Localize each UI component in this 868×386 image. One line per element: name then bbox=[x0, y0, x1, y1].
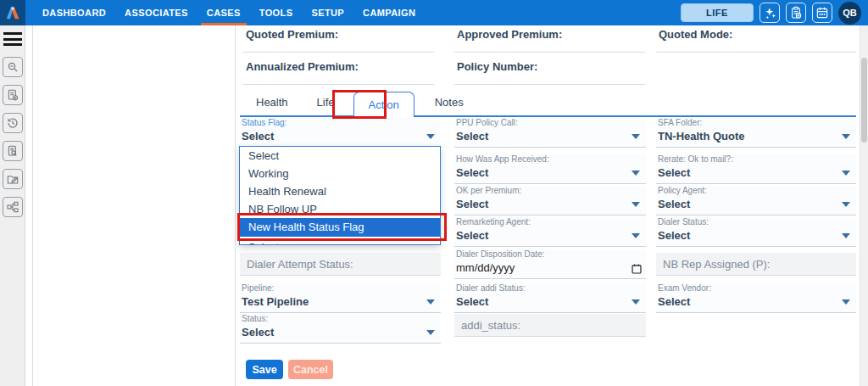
panel-divider-main bbox=[235, 25, 236, 386]
life-button[interactable]: LIFE bbox=[681, 3, 754, 22]
exam-vendor-select[interactable]: Exam Vendor: Select bbox=[656, 283, 856, 313]
pipeline-label: Pipeline: bbox=[240, 283, 441, 294]
history-button[interactable] bbox=[3, 113, 23, 133]
tab-notes[interactable]: Notes bbox=[426, 89, 472, 115]
status-flag-select[interactable]: Status Flag: Select bbox=[240, 118, 441, 148]
document-search-icon bbox=[6, 144, 19, 158]
nav-item-campaign[interactable]: CAMPAIGN bbox=[353, 0, 425, 25]
quoted-mode-field[interactable]: Quoted Mode: bbox=[656, 28, 856, 53]
quoted-premium-field[interactable]: Quoted Premium: bbox=[243, 28, 434, 53]
caret-down-icon bbox=[842, 299, 850, 305]
sfa-folder-select[interactable]: SFA Folder: TN-Health Quote bbox=[656, 118, 856, 148]
nav-right-cluster: LIFE bbox=[681, 2, 868, 25]
nav-item-setup[interactable]: SETUP bbox=[302, 0, 353, 25]
document-add-icon bbox=[6, 88, 19, 102]
left-toolbar bbox=[0, 25, 25, 386]
status-value: Select bbox=[242, 326, 274, 338]
nav-item-dashboard[interactable]: DASHBOARD bbox=[33, 0, 115, 25]
workflow-icon bbox=[6, 200, 19, 214]
pipeline-select[interactable]: Pipeline: Test Pipeline bbox=[240, 283, 441, 313]
how-was-app-received-value: Select bbox=[456, 166, 488, 179]
workflow-button[interactable] bbox=[3, 197, 23, 217]
ok-per-premium-value: Select bbox=[456, 198, 488, 210]
policy-number-field[interactable]: Policy Number: bbox=[454, 60, 645, 85]
ppu-policy-call-value: Select bbox=[456, 130, 488, 143]
annualized-premium-label: Annualized Premium: bbox=[243, 60, 434, 73]
exam-vendor-value: Select bbox=[658, 295, 690, 308]
dialer-addi-status-select[interactable]: Dialer addi Status: Select bbox=[454, 283, 646, 313]
remarketing-agent-label: Remarketing Agent: bbox=[454, 217, 646, 227]
dropdown-option-partial[interactable]: Select bbox=[240, 237, 440, 245]
search-button[interactable] bbox=[3, 57, 23, 77]
save-button[interactable]: Save bbox=[246, 360, 283, 379]
dialer-addi-status-value: Select bbox=[456, 295, 488, 308]
caret-down-icon bbox=[842, 171, 850, 176]
approved-premium-label: Approved Premium: bbox=[454, 28, 645, 41]
sparkle-button[interactable] bbox=[760, 3, 780, 23]
dropdown-option-select[interactable]: Select bbox=[240, 147, 440, 165]
nav-item-cases[interactable]: CASES bbox=[198, 0, 250, 25]
how-was-app-received-select[interactable]: How Was App Received: Select bbox=[454, 154, 646, 184]
panel-divider-left bbox=[32, 25, 33, 386]
dialer-status-select[interactable]: Dialer Status: Select bbox=[656, 217, 856, 247]
folder-edit-button[interactable] bbox=[3, 169, 23, 189]
pipeline-value: Test Pipeline bbox=[242, 295, 309, 308]
folder-edit-icon bbox=[6, 172, 19, 186]
dropdown-option-health-renewal[interactable]: Health Renewal bbox=[240, 182, 440, 200]
dialer-attempt-status-input[interactable] bbox=[240, 253, 441, 276]
rerate-ok-to-mail-select[interactable]: Rerate: Ok to mail?: Select bbox=[656, 154, 856, 184]
calendar-button[interactable] bbox=[812, 3, 832, 23]
cancel-button[interactable]: Cancel bbox=[288, 360, 333, 379]
ok-per-premium-select[interactable]: OK per Premium: Select bbox=[454, 186, 646, 215]
exam-vendor-label: Exam Vendor: bbox=[656, 283, 856, 294]
status-flag-value: Select bbox=[242, 130, 274, 143]
dialer-disposition-date-input[interactable]: Dialer Disposition Date: mm/dd/yyyy bbox=[454, 249, 646, 279]
app-logo[interactable] bbox=[0, 0, 25, 25]
quoted-premium-label: Quoted Premium: bbox=[243, 28, 434, 41]
menu-icon[interactable] bbox=[3, 32, 22, 49]
history-icon bbox=[6, 116, 19, 130]
remarketing-agent-select[interactable]: Remarketing Agent: Select bbox=[454, 217, 646, 247]
tab-life[interactable]: Life bbox=[309, 89, 343, 115]
status-label: Status: bbox=[240, 314, 441, 324]
caret-down-icon bbox=[426, 134, 435, 139]
ok-per-premium-label: OK per Premium: bbox=[454, 186, 646, 196]
status-flag-label: Status Flag: bbox=[240, 118, 441, 128]
nb-rep-assigned-input[interactable] bbox=[656, 253, 856, 276]
caret-down-icon bbox=[842, 233, 850, 238]
policy-agent-label: Policy Agent: bbox=[656, 186, 856, 196]
status-select[interactable]: Status: Select bbox=[240, 314, 441, 344]
logo-a-icon bbox=[3, 3, 22, 22]
scrollbar-thumb[interactable] bbox=[861, 58, 867, 143]
scrollbar-track[interactable] bbox=[860, 25, 868, 386]
nav-item-tools[interactable]: TOOLS bbox=[250, 0, 303, 25]
search-icon bbox=[6, 60, 19, 74]
dropdown-option-new-health-status-flag[interactable]: New Health Status Flag bbox=[240, 218, 440, 237]
ppu-policy-call-select[interactable]: PPU Policy Call: Select bbox=[454, 118, 646, 148]
document-search-button[interactable] bbox=[3, 141, 23, 161]
clipboard-add-button[interactable] bbox=[786, 3, 806, 23]
addi-status-input[interactable] bbox=[454, 314, 646, 337]
nav-item-associates[interactable]: ASSOCIATES bbox=[115, 0, 198, 25]
how-was-app-received-label: How Was App Received: bbox=[454, 154, 646, 165]
clipboard-add-icon bbox=[789, 6, 803, 20]
dropdown-option-nb-follow-up[interactable]: NB Follow UP bbox=[240, 200, 440, 218]
application-window: DASHBOARD ASSOCIATES CASES TOOLS SETUP C… bbox=[0, 0, 868, 386]
caret-down-icon bbox=[426, 299, 435, 305]
sparkle-icon bbox=[763, 6, 777, 20]
date-picker-icon[interactable] bbox=[631, 263, 643, 275]
caret-down-icon bbox=[632, 299, 640, 305]
dropdown-option-working[interactable]: Working bbox=[240, 165, 440, 182]
approved-premium-field[interactable]: Approved Premium: bbox=[454, 28, 645, 53]
calendar-icon bbox=[815, 6, 829, 20]
qb-badge[interactable]: QB bbox=[838, 2, 861, 25]
document-add-button[interactable] bbox=[3, 85, 23, 105]
annualized-premium-field[interactable]: Annualized Premium: bbox=[243, 60, 434, 85]
policy-agent-select[interactable]: Policy Agent: Select bbox=[656, 186, 856, 215]
tab-action[interactable]: Action bbox=[353, 92, 415, 117]
nav-menu: DASHBOARD ASSOCIATES CASES TOOLS SETUP C… bbox=[33, 0, 425, 25]
dialer-disposition-date-label: Dialer Disposition Date: bbox=[454, 249, 646, 260]
dialer-status-label: Dialer Status: bbox=[656, 217, 856, 227]
tab-health[interactable]: Health bbox=[248, 89, 297, 115]
caret-down-icon bbox=[426, 330, 435, 335]
